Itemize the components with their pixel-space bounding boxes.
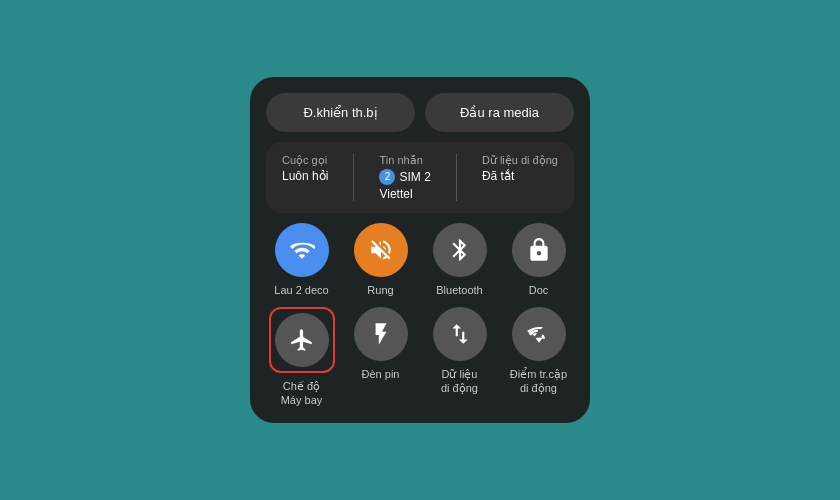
mobile-data-button[interactable]	[433, 307, 487, 361]
call-label: Cuộc gọi	[282, 154, 327, 167]
divider-1	[353, 154, 354, 201]
sim-info-row: Cuộc gọi Luôn hỏi Tin nhắn 2 SIM 2 Viett…	[266, 142, 574, 213]
silent-tile: Rung	[345, 223, 416, 297]
sim-name: SIM 2	[399, 170, 430, 184]
bluetooth-label: Bluetooth	[436, 283, 482, 297]
device-control-button[interactable]: Đ.khiển th.bị	[266, 93, 415, 132]
flashlight-tile: Đèn pin	[345, 307, 416, 408]
call-info: Cuộc gọi Luôn hỏi	[282, 154, 328, 183]
airplane-button[interactable]	[275, 313, 329, 367]
top-buttons-row: Đ.khiển th.bị Đầu ra media	[266, 93, 574, 132]
wifi-label: Lau 2 deco	[274, 283, 328, 297]
data-info: Dữ liệu di động Đã tắt	[482, 154, 558, 183]
airplane-tile: Chế độMáy bay	[266, 307, 337, 408]
mobile-data-tile: Dữ liệudi động	[424, 307, 495, 408]
flashlight-label: Đèn pin	[362, 367, 400, 381]
mobile-data-label: Dữ liệudi động	[441, 367, 478, 396]
message-label: Tin nhắn	[379, 154, 422, 167]
hotspot-button[interactable]	[512, 307, 566, 361]
silent-button[interactable]	[354, 223, 408, 277]
bluetooth-button[interactable]	[433, 223, 487, 277]
divider-2	[456, 154, 457, 201]
sim-number: 2	[379, 169, 395, 185]
call-value: Luôn hỏi	[282, 169, 328, 183]
flashlight-button[interactable]	[354, 307, 408, 361]
data-label: Dữ liệu di động	[482, 154, 558, 167]
media-output-button[interactable]: Đầu ra media	[425, 93, 574, 132]
bluetooth-tile: Bluetooth	[424, 223, 495, 297]
sim-badge: 2 SIM 2	[379, 169, 430, 185]
lock-label: Doc	[529, 283, 549, 297]
control-panel: Đ.khiển th.bị Đầu ra media Cuộc gọi Luôn…	[250, 77, 590, 424]
quick-tiles-row-1: Lau 2 deco Rung Bluetooth	[266, 223, 574, 297]
data-value: Đã tắt	[482, 169, 514, 183]
quick-tiles-row-2: Chế độMáy bay Đèn pin Dữ liệudi động	[266, 307, 574, 408]
wifi-tile: Lau 2 deco	[266, 223, 337, 297]
message-info: Tin nhắn 2 SIM 2 Viettel	[379, 154, 430, 201]
hotspot-tile: Điểm tr.cậpdi động	[503, 307, 574, 408]
carrier-name: Viettel	[379, 187, 412, 201]
lock-tile: Doc	[503, 223, 574, 297]
wifi-button[interactable]	[275, 223, 329, 277]
airplane-label: Chế độMáy bay	[281, 379, 323, 408]
silent-label: Rung	[367, 283, 393, 297]
hotspot-label: Điểm tr.cậpdi động	[510, 367, 567, 396]
airplane-highlight	[269, 307, 335, 373]
lock-button[interactable]	[512, 223, 566, 277]
